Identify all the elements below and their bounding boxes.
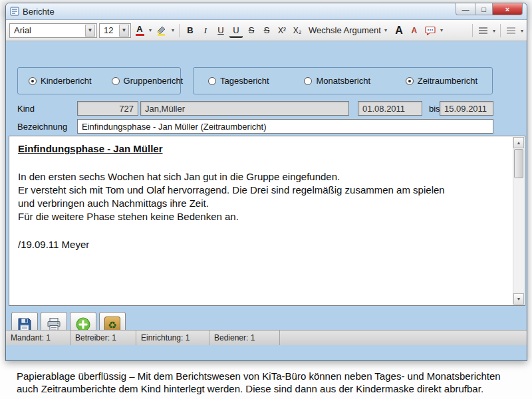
- font-family-value: Arial: [14, 25, 31, 35]
- editor-signature: /19.09.11 Meyer: [18, 238, 504, 251]
- editor-line: Für die weitere Phase stehen keine Beden…: [18, 210, 504, 223]
- editor-line: und verbringen auch Nachmittags ihre Zei…: [18, 197, 504, 210]
- berichte-window: Berichte — □ × Arial ▼ 12 ▼ A ▾: [5, 3, 527, 361]
- font-color-letter: A: [136, 25, 142, 33]
- list-icon: [479, 27, 487, 35]
- caption-text: Papierablage überflüssig – Mit dem Beric…: [17, 370, 520, 395]
- maximize-icon: □: [481, 5, 486, 13]
- statusbar: Mandant: 1 Betreiber: 1 Einrichtung: 1 B…: [6, 330, 527, 345]
- highlighter-icon: [156, 25, 167, 36]
- double-strikethrough-button[interactable]: S: [260, 23, 273, 38]
- kind-name-field[interactable]: Jan,Müller: [140, 101, 349, 116]
- radio-icon: [29, 77, 37, 85]
- close-icon: ×: [505, 5, 509, 13]
- editor-line: Er versteht sich mit Tom und Olaf hervor…: [18, 184, 504, 197]
- report-scope-group: Kinderbericht Gruppenbericht: [17, 67, 181, 94]
- toolbar-right-group: ▾ ▾: [470, 20, 524, 41]
- radio-label: Kinderbericht: [41, 76, 92, 86]
- screen: Berichte — □ × Arial ▼ 12 ▼ A ▾: [0, 0, 532, 399]
- date-to-field[interactable]: 15.09.2011: [440, 101, 493, 116]
- report-editor[interactable]: Einfindungsphase - Jan Müller In den ers…: [9, 136, 525, 306]
- strikethrough-button[interactable]: S: [245, 23, 258, 38]
- scrollbar-thumb[interactable]: [514, 149, 523, 178]
- radio-tagesbericht[interactable]: Tagesbericht: [208, 76, 269, 86]
- status-bediener: Bediener: 1: [209, 331, 280, 345]
- chevron-down-icon[interactable]: ▼: [119, 25, 129, 37]
- radio-monatsbericht[interactable]: Monatsbericht: [304, 76, 370, 86]
- status-mandant: Mandant: 1: [6, 331, 70, 345]
- scroll-down-button[interactable]: ▼: [513, 293, 524, 305]
- radio-icon: [112, 77, 120, 85]
- chevron-down-icon[interactable]: ▾: [440, 27, 444, 33]
- editor-line: In den ersten sechs Wochen hat sich Jan …: [18, 170, 504, 184]
- highlight-button[interactable]: [154, 23, 169, 38]
- status-filler: [280, 331, 527, 345]
- maximize-button[interactable]: □: [475, 3, 493, 15]
- wechsle-argument-label: Wechsle Argument: [309, 25, 381, 35]
- chevron-down-icon[interactable]: ▾: [492, 28, 496, 34]
- toolbar-separator: [179, 24, 180, 37]
- titlebar[interactable]: Berichte — □ ×: [6, 3, 527, 20]
- window-title: Berichte: [23, 7, 55, 17]
- radio-label: Gruppenbericht: [124, 76, 184, 86]
- radio-label: Zeitraumbericht: [418, 76, 477, 86]
- minimize-icon: —: [462, 5, 469, 13]
- align-button[interactable]: [505, 23, 518, 38]
- italic-button[interactable]: I: [199, 23, 212, 38]
- grow-font-letter: A: [395, 25, 403, 37]
- kind-number-field[interactable]: 727: [77, 101, 138, 116]
- radio-icon: [406, 77, 414, 85]
- status-einrichtung: Einrichtung: 1: [136, 331, 209, 345]
- chevron-down-icon[interactable]: ▼: [85, 25, 95, 37]
- toolbar-separator: [500, 24, 501, 37]
- editor-text[interactable]: Einfindungsphase - Jan Müller In den ers…: [10, 137, 512, 305]
- chevron-down-icon: ▾: [384, 27, 388, 33]
- radio-label: Monatsbericht: [316, 76, 370, 86]
- scroll-up-button[interactable]: ▲: [513, 137, 524, 148]
- bold-button[interactable]: B: [184, 23, 197, 38]
- bis-label: bis: [429, 104, 440, 114]
- superscript-button[interactable]: X²: [275, 23, 289, 38]
- spellcheck-button[interactable]: [423, 23, 438, 38]
- bezeichnung-input[interactable]: [77, 119, 493, 134]
- minimize-button[interactable]: —: [456, 3, 475, 15]
- chevron-down-icon[interactable]: ▾: [148, 27, 152, 33]
- window-controls: — □ ×: [456, 3, 523, 15]
- kind-label: Kind: [17, 104, 35, 114]
- radio-icon: [304, 77, 312, 85]
- font-color-swatch: [136, 34, 144, 36]
- radio-zeitraumbericht[interactable]: Zeitraumbericht: [406, 76, 477, 86]
- radio-label: Tagesbericht: [220, 76, 269, 86]
- font-color-button[interactable]: A: [133, 23, 146, 38]
- toolbar-separator: [472, 24, 473, 37]
- editor-heading: Einfindungsphase - Jan Müller: [18, 142, 504, 156]
- font-family-select[interactable]: Arial ▼: [9, 23, 97, 38]
- font-size-select[interactable]: 12 ▼: [99, 23, 131, 38]
- list-style-button[interactable]: [477, 23, 490, 38]
- font-size-value: 12: [104, 25, 113, 35]
- grow-font-button[interactable]: A: [392, 23, 406, 38]
- app-icon: [10, 7, 19, 16]
- bezeichnung-label: Bezeichnung: [17, 122, 67, 132]
- chevron-down-icon[interactable]: ▾: [520, 28, 524, 34]
- content-area: Kinderbericht Gruppenbericht Tagesberich…: [6, 41, 527, 345]
- underline-button[interactable]: U: [214, 23, 227, 38]
- chevron-down-icon[interactable]: ▾: [171, 27, 175, 33]
- format-toolbar: Arial ▼ 12 ▼ A ▾ ▾ B I: [6, 20, 527, 41]
- align-icon: [507, 27, 515, 35]
- double-underline-button[interactable]: U: [229, 25, 243, 38]
- shrink-font-letter: A: [412, 26, 418, 35]
- radio-kinderbericht[interactable]: Kinderbericht: [29, 76, 92, 86]
- speech-bubble-icon: [425, 26, 436, 35]
- editor-scrollbar[interactable]: ▲ ▼: [513, 137, 524, 305]
- radio-gruppenbericht[interactable]: Gruppenbericht: [112, 76, 184, 86]
- subscript-button[interactable]: X₂: [291, 23, 304, 38]
- wechsle-argument-dropdown[interactable]: Wechsle Argument ▾: [306, 23, 390, 38]
- radio-icon: [208, 77, 216, 85]
- shrink-font-button[interactable]: A: [408, 23, 421, 38]
- status-betreiber: Betreiber: 1: [70, 331, 136, 345]
- close-button[interactable]: ×: [493, 3, 523, 15]
- report-period-group: Tagesbericht Monatsbericht Zeitraumberic…: [193, 67, 493, 94]
- date-from-field[interactable]: 01.08.2011: [358, 101, 422, 116]
